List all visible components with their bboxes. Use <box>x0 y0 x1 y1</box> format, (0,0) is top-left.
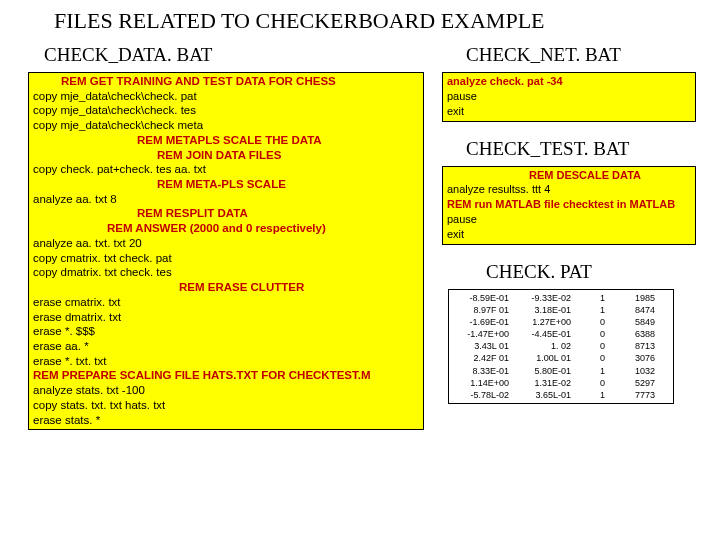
cell: 1 <box>577 304 611 316</box>
cell: 1. 02 <box>515 340 577 352</box>
cell: -4.45E-01 <box>515 328 577 340</box>
check-pat-title: CHECK. PAT <box>442 255 696 289</box>
cell: 1.31E-02 <box>515 377 577 389</box>
cell: 8474 <box>611 304 655 316</box>
cell: 0 <box>577 340 611 352</box>
code-line: copy cmatrix. txt check. pat <box>33 251 419 266</box>
cell: 0 <box>577 316 611 328</box>
cell: 3.65L-01 <box>515 389 577 401</box>
cell: -1.69E-01 <box>453 316 515 328</box>
table-row: -5.78L-023.65L-0117773 <box>453 389 669 401</box>
cell: -8.59E-01 <box>453 292 515 304</box>
code-line: REM RESPLIT DATA <box>33 206 419 221</box>
code-line: copy mje_data\check\check. tes <box>33 103 419 118</box>
code-line: copy dmatrix. txt check. tes <box>33 265 419 280</box>
code-line: copy mje_data\check\check meta <box>33 118 419 133</box>
cell: 1.27E+00 <box>515 316 577 328</box>
cell: 3.18E-01 <box>515 304 577 316</box>
table-row: 8.97F 013.18E-0118474 <box>453 304 669 316</box>
cell: 1.00L 01 <box>515 352 577 364</box>
code-line: erase cmatrix. txt <box>33 295 419 310</box>
code-line: pause <box>447 212 691 227</box>
code-line: exit <box>447 227 691 242</box>
left-column: CHECK_DATA. BAT REM GET TRAINING AND TES… <box>28 38 424 430</box>
cell: 8713 <box>611 340 655 352</box>
cell: 0 <box>577 352 611 364</box>
code-line: erase *. txt. txt <box>33 354 419 369</box>
cell: 0 <box>577 328 611 340</box>
cell: 3.43L 01 <box>453 340 515 352</box>
check-test-title: CHECK_TEST. BAT <box>442 132 696 166</box>
code-line: copy mje_data\check\check. pat <box>33 89 419 104</box>
cell: 5849 <box>611 316 655 328</box>
cell: 1 <box>577 292 611 304</box>
table-row: 2.42F 011.00L 0103076 <box>453 352 669 364</box>
code-line: erase aa. * <box>33 339 419 354</box>
code-line: analyze aa. txt. txt 20 <box>33 236 419 251</box>
code-line: copy check. pat+check. tes aa. txt <box>33 162 419 177</box>
cell: 8.33E-01 <box>453 365 515 377</box>
table-row: -1.47E+00-4.45E-0106388 <box>453 328 669 340</box>
check-net-code: analyze check. pat -34pauseexit <box>442 72 696 122</box>
cell: 5.80E-01 <box>515 365 577 377</box>
right-column: CHECK_NET. BAT analyze check. pat -34pau… <box>424 38 696 430</box>
cell: -1.47E+00 <box>453 328 515 340</box>
code-line: REM DESCALE DATA <box>447 168 691 183</box>
code-line: REM META-PLS SCALE <box>33 177 419 192</box>
code-line: analyze stats. txt -100 <box>33 383 419 398</box>
cell: 3076 <box>611 352 655 364</box>
code-line: REM GET TRAINING AND TEST DATA FOR CHESS <box>33 74 419 89</box>
table-row: 1.14E+001.31E-0205297 <box>453 377 669 389</box>
table-row: -1.69E-011.27E+0005849 <box>453 316 669 328</box>
code-line: REM PREPARE SCALING FILE HATS.TXT FOR CH… <box>33 368 419 383</box>
table-row: -8.59E-01-9.33E-0211985 <box>453 292 669 304</box>
code-line: erase stats. * <box>33 413 419 428</box>
cell: -5.78L-02 <box>453 389 515 401</box>
code-line: analyze aa. txt 8 <box>33 192 419 207</box>
cell: 1 <box>577 389 611 401</box>
code-line: erase *. $$$ <box>33 324 419 339</box>
code-line: REM ERASE CLUTTER <box>33 280 419 295</box>
cell: 2.42F 01 <box>453 352 515 364</box>
code-line: exit <box>447 104 691 119</box>
cell: 1.14E+00 <box>453 377 515 389</box>
cell: 5297 <box>611 377 655 389</box>
columns: CHECK_DATA. BAT REM GET TRAINING AND TES… <box>0 38 720 430</box>
code-line: analyze resultss. ttt 4 <box>447 182 691 197</box>
code-line: REM JOIN DATA FILES <box>33 148 419 163</box>
check-test-code: REM DESCALE DATAanalyze resultss. ttt 4R… <box>442 166 696 245</box>
table-row: 8.33E-015.80E-0111032 <box>453 365 669 377</box>
cell: 7773 <box>611 389 655 401</box>
code-line: erase dmatrix. txt <box>33 310 419 325</box>
code-line: pause <box>447 89 691 104</box>
cell: 1 <box>577 365 611 377</box>
check-data-code: REM GET TRAINING AND TEST DATA FOR CHESS… <box>28 72 424 430</box>
check-data-title: CHECK_DATA. BAT <box>28 38 424 72</box>
cell: 1985 <box>611 292 655 304</box>
cell: -9.33E-02 <box>515 292 577 304</box>
code-line: copy stats. txt. txt hats. txt <box>33 398 419 413</box>
code-line: REM ANSWER (2000 and 0 respectively) <box>33 221 419 236</box>
code-line: REM METAPLS SCALE THE DATA <box>33 133 419 148</box>
cell: 8.97F 01 <box>453 304 515 316</box>
code-line: analyze check. pat -34 <box>447 74 691 89</box>
cell: 0 <box>577 377 611 389</box>
check-pat-table: -8.59E-01-9.33E-02119858.97F 013.18E-011… <box>448 289 674 404</box>
cell: 6388 <box>611 328 655 340</box>
page-title: FILES RELATED TO CHECKERBOARD EXAMPLE <box>0 0 720 38</box>
cell: 1032 <box>611 365 655 377</box>
table-row: 3.43L 011. 0208713 <box>453 340 669 352</box>
check-net-title: CHECK_NET. BAT <box>442 38 696 72</box>
code-line: REM run MATLAB file checktest in MATLAB <box>447 197 691 212</box>
